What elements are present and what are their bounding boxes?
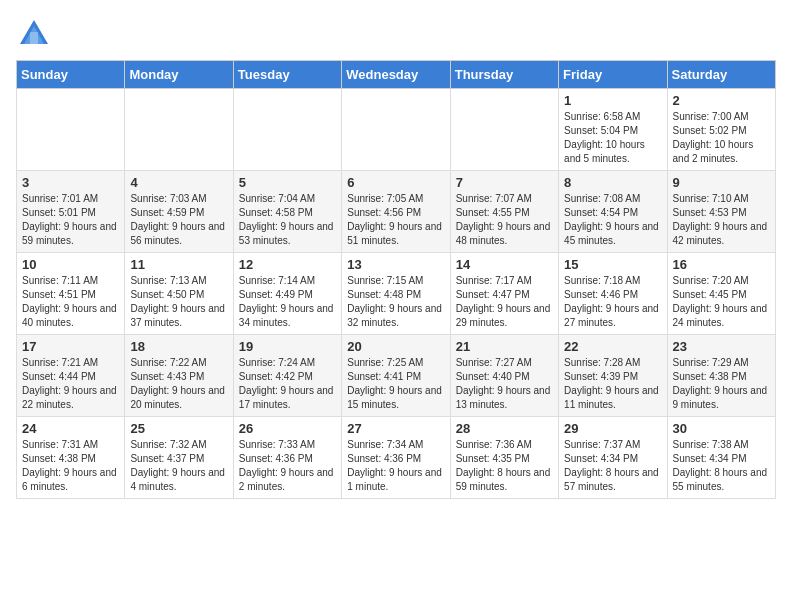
calendar-week-row: 17Sunrise: 7:21 AM Sunset: 4:44 PM Dayli… — [17, 335, 776, 417]
calendar-day-cell: 18Sunrise: 7:22 AM Sunset: 4:43 PM Dayli… — [125, 335, 233, 417]
day-number: 10 — [22, 257, 119, 272]
calendar-day-cell: 17Sunrise: 7:21 AM Sunset: 4:44 PM Dayli… — [17, 335, 125, 417]
day-number: 12 — [239, 257, 336, 272]
day-number: 24 — [22, 421, 119, 436]
calendar-day-cell — [342, 89, 450, 171]
calendar-day-header: Saturday — [667, 61, 775, 89]
day-number: 30 — [673, 421, 770, 436]
day-info: Sunrise: 7:04 AM Sunset: 4:58 PM Dayligh… — [239, 192, 336, 248]
calendar-day-cell: 29Sunrise: 7:37 AM Sunset: 4:34 PM Dayli… — [559, 417, 667, 499]
day-info: Sunrise: 7:36 AM Sunset: 4:35 PM Dayligh… — [456, 438, 553, 494]
day-info: Sunrise: 7:05 AM Sunset: 4:56 PM Dayligh… — [347, 192, 444, 248]
day-number: 29 — [564, 421, 661, 436]
calendar-day-cell: 27Sunrise: 7:34 AM Sunset: 4:36 PM Dayli… — [342, 417, 450, 499]
calendar-week-row: 24Sunrise: 7:31 AM Sunset: 4:38 PM Dayli… — [17, 417, 776, 499]
day-number: 4 — [130, 175, 227, 190]
calendar-day-cell: 22Sunrise: 7:28 AM Sunset: 4:39 PM Dayli… — [559, 335, 667, 417]
day-info: Sunrise: 7:17 AM Sunset: 4:47 PM Dayligh… — [456, 274, 553, 330]
calendar-day-header: Monday — [125, 61, 233, 89]
day-number: 7 — [456, 175, 553, 190]
calendar-day-cell: 30Sunrise: 7:38 AM Sunset: 4:34 PM Dayli… — [667, 417, 775, 499]
calendar-day-cell: 2Sunrise: 7:00 AM Sunset: 5:02 PM Daylig… — [667, 89, 775, 171]
calendar-day-cell: 8Sunrise: 7:08 AM Sunset: 4:54 PM Daylig… — [559, 171, 667, 253]
calendar-day-cell: 23Sunrise: 7:29 AM Sunset: 4:38 PM Dayli… — [667, 335, 775, 417]
calendar-day-cell — [450, 89, 558, 171]
day-number: 21 — [456, 339, 553, 354]
day-info: Sunrise: 7:22 AM Sunset: 4:43 PM Dayligh… — [130, 356, 227, 412]
day-number: 9 — [673, 175, 770, 190]
day-info: Sunrise: 7:31 AM Sunset: 4:38 PM Dayligh… — [22, 438, 119, 494]
day-info: Sunrise: 7:08 AM Sunset: 4:54 PM Dayligh… — [564, 192, 661, 248]
day-number: 5 — [239, 175, 336, 190]
page-container: SundayMondayTuesdayWednesdayThursdayFrid… — [0, 0, 792, 509]
calendar-day-cell: 12Sunrise: 7:14 AM Sunset: 4:49 PM Dayli… — [233, 253, 341, 335]
day-info: Sunrise: 7:27 AM Sunset: 4:40 PM Dayligh… — [456, 356, 553, 412]
calendar-table: SundayMondayTuesdayWednesdayThursdayFrid… — [16, 60, 776, 499]
day-number: 8 — [564, 175, 661, 190]
day-info: Sunrise: 7:07 AM Sunset: 4:55 PM Dayligh… — [456, 192, 553, 248]
calendar-day-header: Thursday — [450, 61, 558, 89]
calendar-day-cell: 11Sunrise: 7:13 AM Sunset: 4:50 PM Dayli… — [125, 253, 233, 335]
calendar-day-cell: 1Sunrise: 6:58 AM Sunset: 5:04 PM Daylig… — [559, 89, 667, 171]
day-number: 2 — [673, 93, 770, 108]
day-info: Sunrise: 7:21 AM Sunset: 4:44 PM Dayligh… — [22, 356, 119, 412]
calendar-day-header: Wednesday — [342, 61, 450, 89]
calendar-day-cell: 19Sunrise: 7:24 AM Sunset: 4:42 PM Dayli… — [233, 335, 341, 417]
day-info: Sunrise: 7:33 AM Sunset: 4:36 PM Dayligh… — [239, 438, 336, 494]
svg-rect-2 — [30, 32, 38, 44]
day-number: 3 — [22, 175, 119, 190]
day-number: 20 — [347, 339, 444, 354]
calendar-day-cell — [17, 89, 125, 171]
day-info: Sunrise: 7:14 AM Sunset: 4:49 PM Dayligh… — [239, 274, 336, 330]
day-info: Sunrise: 7:34 AM Sunset: 4:36 PM Dayligh… — [347, 438, 444, 494]
day-info: Sunrise: 7:28 AM Sunset: 4:39 PM Dayligh… — [564, 356, 661, 412]
day-info: Sunrise: 7:25 AM Sunset: 4:41 PM Dayligh… — [347, 356, 444, 412]
day-number: 15 — [564, 257, 661, 272]
day-info: Sunrise: 7:01 AM Sunset: 5:01 PM Dayligh… — [22, 192, 119, 248]
day-number: 11 — [130, 257, 227, 272]
calendar-day-cell: 26Sunrise: 7:33 AM Sunset: 4:36 PM Dayli… — [233, 417, 341, 499]
day-info: Sunrise: 7:37 AM Sunset: 4:34 PM Dayligh… — [564, 438, 661, 494]
day-info: Sunrise: 6:58 AM Sunset: 5:04 PM Dayligh… — [564, 110, 661, 166]
day-number: 27 — [347, 421, 444, 436]
logo-icon — [16, 16, 52, 52]
day-info: Sunrise: 7:29 AM Sunset: 4:38 PM Dayligh… — [673, 356, 770, 412]
calendar-week-row: 3Sunrise: 7:01 AM Sunset: 5:01 PM Daylig… — [17, 171, 776, 253]
calendar-day-cell: 20Sunrise: 7:25 AM Sunset: 4:41 PM Dayli… — [342, 335, 450, 417]
day-info: Sunrise: 7:10 AM Sunset: 4:53 PM Dayligh… — [673, 192, 770, 248]
page-header — [16, 16, 776, 52]
day-number: 6 — [347, 175, 444, 190]
day-info: Sunrise: 7:15 AM Sunset: 4:48 PM Dayligh… — [347, 274, 444, 330]
day-number: 25 — [130, 421, 227, 436]
calendar-day-cell: 5Sunrise: 7:04 AM Sunset: 4:58 PM Daylig… — [233, 171, 341, 253]
day-info: Sunrise: 7:13 AM Sunset: 4:50 PM Dayligh… — [130, 274, 227, 330]
calendar-day-cell: 24Sunrise: 7:31 AM Sunset: 4:38 PM Dayli… — [17, 417, 125, 499]
calendar-day-cell: 10Sunrise: 7:11 AM Sunset: 4:51 PM Dayli… — [17, 253, 125, 335]
calendar-day-cell: 13Sunrise: 7:15 AM Sunset: 4:48 PM Dayli… — [342, 253, 450, 335]
day-number: 19 — [239, 339, 336, 354]
calendar-day-cell — [233, 89, 341, 171]
day-info: Sunrise: 7:32 AM Sunset: 4:37 PM Dayligh… — [130, 438, 227, 494]
day-number: 14 — [456, 257, 553, 272]
day-info: Sunrise: 7:18 AM Sunset: 4:46 PM Dayligh… — [564, 274, 661, 330]
calendar-day-cell: 15Sunrise: 7:18 AM Sunset: 4:46 PM Dayli… — [559, 253, 667, 335]
day-number: 1 — [564, 93, 661, 108]
logo — [16, 16, 56, 52]
calendar-day-cell: 7Sunrise: 7:07 AM Sunset: 4:55 PM Daylig… — [450, 171, 558, 253]
calendar-header-row: SundayMondayTuesdayWednesdayThursdayFrid… — [17, 61, 776, 89]
day-info: Sunrise: 7:38 AM Sunset: 4:34 PM Dayligh… — [673, 438, 770, 494]
day-number: 17 — [22, 339, 119, 354]
calendar-day-cell: 14Sunrise: 7:17 AM Sunset: 4:47 PM Dayli… — [450, 253, 558, 335]
day-info: Sunrise: 7:20 AM Sunset: 4:45 PM Dayligh… — [673, 274, 770, 330]
calendar-day-header: Tuesday — [233, 61, 341, 89]
day-number: 13 — [347, 257, 444, 272]
day-number: 18 — [130, 339, 227, 354]
calendar-day-cell: 3Sunrise: 7:01 AM Sunset: 5:01 PM Daylig… — [17, 171, 125, 253]
calendar-day-cell: 28Sunrise: 7:36 AM Sunset: 4:35 PM Dayli… — [450, 417, 558, 499]
day-info: Sunrise: 7:11 AM Sunset: 4:51 PM Dayligh… — [22, 274, 119, 330]
day-number: 28 — [456, 421, 553, 436]
day-number: 26 — [239, 421, 336, 436]
calendar-day-cell: 6Sunrise: 7:05 AM Sunset: 4:56 PM Daylig… — [342, 171, 450, 253]
day-number: 23 — [673, 339, 770, 354]
calendar-day-header: Sunday — [17, 61, 125, 89]
